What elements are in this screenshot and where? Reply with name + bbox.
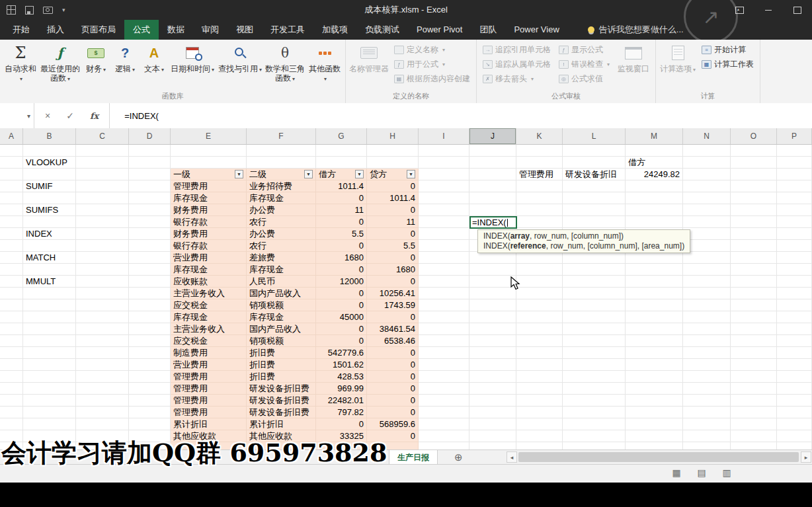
grid-cell[interactable] <box>419 383 469 395</box>
grid-cell[interactable]: 业务招待费 <box>247 180 316 192</box>
grid-cell[interactable] <box>777 311 812 323</box>
column-header-F[interactable]: F <box>247 128 316 144</box>
grid-cell[interactable]: 0 <box>316 216 367 228</box>
grid-cell[interactable]: 0 <box>367 276 419 288</box>
grid-cell[interactable] <box>683 252 731 264</box>
grid-cell[interactable]: 0 <box>316 240 367 252</box>
grid-cell[interactable] <box>683 335 731 347</box>
grid-cell[interactable] <box>626 311 683 323</box>
grid-cell[interactable] <box>419 180 469 192</box>
grid-cell[interactable]: 借方▼ <box>316 169 367 180</box>
calculate-sheet-button[interactable]: ▦计算工作表 <box>700 58 756 71</box>
grid-cell[interactable] <box>626 323 683 335</box>
grid-cell[interactable] <box>563 407 626 418</box>
column-header-I[interactable]: I <box>419 128 469 144</box>
grid-cell[interactable] <box>777 252 812 264</box>
grid-cell[interactable]: 1011.4 <box>316 180 367 192</box>
grid-cell[interactable] <box>626 383 683 395</box>
column-header-A[interactable]: A <box>0 128 23 144</box>
grid-cell[interactable] <box>419 276 469 288</box>
grid-cell[interactable] <box>731 264 777 276</box>
grid-cell[interactable]: 人民币 <box>247 276 316 288</box>
filter-icon[interactable]: ▼ <box>355 170 364 178</box>
grid-cell[interactable] <box>469 383 516 395</box>
grid-cell[interactable] <box>731 216 777 228</box>
grid-cell[interactable] <box>731 395 777 407</box>
grid-cell[interactable]: 应交税金 <box>171 335 247 347</box>
grid-cell[interactable]: 累计折旧 <box>247 418 316 430</box>
grid-cell[interactable] <box>469 418 516 430</box>
grid-cell[interactable] <box>516 180 563 192</box>
grid-cell[interactable]: 797.82 <box>316 407 367 418</box>
grid-cell[interactable] <box>563 371 626 383</box>
grid-cell[interactable] <box>171 157 247 169</box>
grid-cell[interactable] <box>129 204 171 216</box>
grid-cell[interactable] <box>563 311 626 323</box>
trace-dependents-button[interactable]: ↘追踪从属单元格 <box>481 58 553 71</box>
grid-cell[interactable] <box>0 371 23 383</box>
grid-cell[interactable] <box>129 407 171 418</box>
grid-cell[interactable] <box>777 430 812 442</box>
grid-cell[interactable] <box>23 418 76 430</box>
grid-cell[interactable] <box>626 145 683 157</box>
formula-input[interactable]: =INDEX( <box>110 103 812 128</box>
grid-cell[interactable]: 库存现金 <box>247 311 316 323</box>
grid-cell[interactable]: 二级▼ <box>247 169 316 180</box>
grid-cell[interactable] <box>777 276 812 288</box>
grid-cell[interactable] <box>171 145 247 157</box>
maximize-button[interactable] <box>783 0 812 20</box>
show-formulas-button[interactable]: ƒ显示公式 <box>557 43 612 57</box>
grid-cell[interactable]: 销项税额 <box>247 335 316 347</box>
calculate-now-button[interactable]: =开始计算 <box>700 43 756 57</box>
grid-cell[interactable]: MATCH <box>23 252 76 264</box>
grid-cell[interactable]: 库存现金 <box>247 192 316 204</box>
grid-cell[interactable] <box>731 359 777 371</box>
grid-cell[interactable]: 财务费用 <box>171 228 247 240</box>
grid-cell[interactable] <box>777 395 812 407</box>
grid-cell[interactable] <box>626 442 683 449</box>
grid-cell[interactable] <box>76 264 129 276</box>
grid-cell[interactable] <box>76 323 129 335</box>
grid-cell[interactable] <box>563 216 626 228</box>
grid-cell[interactable] <box>731 157 777 169</box>
grid-cell[interactable] <box>731 335 777 347</box>
financial-button[interactable]: $ 财务▾ <box>81 40 110 75</box>
grid-cell[interactable]: 折旧费 <box>247 371 316 383</box>
grid-cell[interactable] <box>683 169 731 180</box>
use-in-formula-button[interactable]: ƒ用于公式▾ <box>392 58 472 71</box>
grid-cell[interactable] <box>626 276 683 288</box>
grid-cell[interactable] <box>683 430 731 442</box>
define-name-button[interactable]: 定义名称▾ <box>392 43 472 57</box>
grid-cell[interactable] <box>129 311 171 323</box>
grid-cell[interactable] <box>563 204 626 216</box>
grid-cell[interactable] <box>516 359 563 371</box>
grid-cell[interactable] <box>731 180 777 192</box>
grid-cell[interactable] <box>419 442 469 449</box>
grid-cell[interactable]: 办公费 <box>247 204 316 216</box>
grid-cell[interactable]: 营业费用 <box>171 359 247 371</box>
grid-cell[interactable]: 45000 <box>316 311 367 323</box>
grid-cell[interactable] <box>516 442 563 449</box>
grid-cell[interactable] <box>777 216 812 228</box>
grid-cell[interactable] <box>777 180 812 192</box>
grid-cell[interactable] <box>516 371 563 383</box>
grid-cell[interactable] <box>516 323 563 335</box>
grid-cell[interactable]: 11 <box>367 216 419 228</box>
ribbon-tab[interactable]: 加载项 <box>313 20 356 40</box>
column-header-G[interactable]: G <box>316 128 367 144</box>
grid-cell[interactable] <box>777 347 812 359</box>
grid-cell[interactable] <box>563 323 626 335</box>
ribbon-tab[interactable]: 开发工具 <box>262 20 313 40</box>
grid-cell[interactable]: 折旧费 <box>247 359 316 371</box>
grid-cell[interactable] <box>626 335 683 347</box>
new-sheet-button[interactable]: ⊕ <box>454 451 463 463</box>
column-header-L[interactable]: L <box>563 128 626 144</box>
grid-cell[interactable]: 管理费用 <box>171 395 247 407</box>
ribbon-tab[interactable]: Power Pivot <box>408 20 471 40</box>
column-header-B[interactable]: B <box>23 128 76 144</box>
grid-cell[interactable] <box>76 371 129 383</box>
grid-cell[interactable] <box>0 383 23 395</box>
grid-cell[interactable]: MMULT <box>23 276 76 288</box>
grid-cell[interactable]: 国内产品收入 <box>247 323 316 335</box>
hscroll-right-arrow[interactable]: ▸ <box>801 451 811 463</box>
